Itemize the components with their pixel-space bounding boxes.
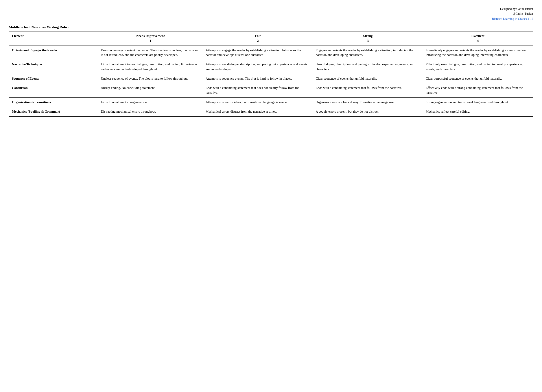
cell-fair: Attempts to organize ideas, but transiti…	[203, 97, 313, 107]
cell-fair: Attempts to sequence events. The plot is…	[203, 74, 313, 83]
table-row: Orients and Engages the ReaderDoes not e…	[9, 46, 533, 60]
col-header-fair: Fair 2	[203, 31, 313, 46]
cell-element: Sequence of Events	[9, 74, 98, 83]
cell-fair: Ends with a concluding statement that do…	[203, 83, 313, 98]
credit-line2: @Catlin_Tucker	[513, 12, 533, 16]
table-row: ConclusionAbrupt ending. No concluding s…	[9, 83, 533, 98]
cell-excellent: Strong organization and transitional lan…	[423, 97, 533, 107]
cell-element: Conclusion	[9, 83, 98, 98]
col-header-excellent: Excellent 4	[423, 31, 533, 46]
col-header-element: Element	[9, 31, 98, 46]
cell-strong: Uses dialogue, description, and pacing t…	[313, 60, 423, 74]
cell-excellent: Clear purposeful sequence of events that…	[423, 74, 533, 83]
credit-block: Designed by Catlin Tucker @Catlin_Tucker…	[9, 7, 533, 21]
credit-link[interactable]: Blended Learning in Grades 4-12	[492, 17, 533, 21]
cell-ni: Little to no attempt to use dialogue, de…	[98, 60, 203, 74]
credit-line1: Designed by Catlin Tucker	[500, 7, 533, 11]
cell-strong: Clear sequence of events that unfold nat…	[313, 74, 423, 83]
cell-excellent: Effectively uses dialogue, description, …	[423, 60, 533, 74]
cell-ni: Abrupt ending. No concluding statement	[98, 83, 203, 98]
cell-excellent: Mechanics reflect careful editing.	[423, 107, 533, 116]
rubric-table: Element Needs Improvement 1 Fair 2 Stron…	[9, 31, 533, 117]
table-row: Mechanics (Spelling & Grammar)Distractin…	[9, 107, 533, 116]
cell-ni: Does not engage or orient the reader. Th…	[98, 46, 203, 60]
cell-fair: Attempts to engage the reader by establi…	[203, 46, 313, 60]
cell-element: Orients and Engages the Reader	[9, 46, 98, 60]
cell-fair: Mechanical errors distract from the narr…	[203, 107, 313, 116]
cell-strong: Organizes ideas in a logical way. Transi…	[313, 97, 423, 107]
cell-element: Organization & Transitions	[9, 97, 98, 107]
cell-element: Narrative Techniques	[9, 60, 98, 74]
table-row: Narrative TechniquesLittle to no attempt…	[9, 60, 533, 74]
cell-fair: Attempts to use dialogue, description, a…	[203, 60, 313, 74]
header-row: Element Needs Improvement 1 Fair 2 Stron…	[9, 31, 533, 46]
cell-element: Mechanics (Spelling & Grammar)	[9, 107, 98, 116]
col-header-strong: Strong 3	[313, 31, 423, 46]
table-row: Organization & TransitionsLittle to no a…	[9, 97, 533, 107]
cell-ni: Little to no attempt at organization.	[98, 97, 203, 107]
cell-ni: Distracting mechanical errors throughout…	[98, 107, 203, 116]
col-header-ni: Needs Improvement 1	[98, 31, 203, 46]
cell-strong: Ends with a concluding statement that fo…	[313, 83, 423, 98]
cell-strong: Engages and orients the reader by establ…	[313, 46, 423, 60]
cell-strong: A couple errors present, but they do not…	[313, 107, 423, 116]
rubric-title: Middle School Narrative Writing Rubric	[9, 25, 533, 29]
table-row: Sequence of EventsUnclear sequence of ev…	[9, 74, 533, 83]
cell-ni: Unclear sequence of events. The plot is …	[98, 74, 203, 83]
cell-excellent: Immediately engages and orients the read…	[423, 46, 533, 60]
cell-excellent: Effectively ends with a strong concludin…	[423, 83, 533, 98]
